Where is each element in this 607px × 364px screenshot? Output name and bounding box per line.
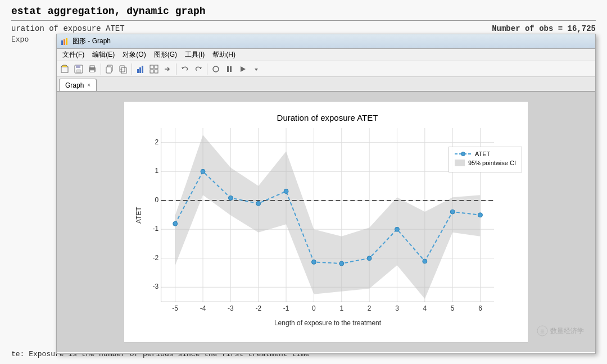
legend-ci-label: 95% pointwise CI [468,160,516,166]
svg-rect-17 [142,66,143,73]
graph-area: Duration of exposure ATET ATET Length of… [57,92,595,352]
menu-graph[interactable]: 图形(G) [151,49,180,61]
svg-text:-1: -1 [152,225,158,233]
tab-bar: Graph × [57,77,595,92]
svg-text:-1: -1 [283,304,289,312]
menu-edit[interactable]: 编辑(E) [89,49,118,61]
toolbar-copy-btn[interactable] [103,63,116,75]
legend: ATET 95% pointwise CI [449,147,522,172]
svg-point-54 [395,227,399,231]
toolbar-circle-btn[interactable] [210,63,222,75]
svg-point-77 [461,152,465,156]
svg-rect-24 [230,66,232,72]
graph-window-icon [60,37,69,46]
chart-svg: 2 1 0 -1 -2 -3 -5 -4 -3 -2 -1 0 1 2 3 [161,128,494,302]
svg-point-50 [284,189,288,194]
toolbar-open-btn[interactable] [59,63,71,75]
svg-rect-0 [61,40,63,45]
svg-text:6: 6 [478,304,482,312]
graph-window: 图形 - Graph 文件(F) 编辑(E) 对象(O) 图形(G) 工具(I)… [56,34,596,354]
toolbar-sep-4 [207,63,207,75]
svg-text:-3: -3 [228,304,234,312]
toolbar-undo-btn[interactable] [179,63,191,75]
tab-close-btn[interactable]: × [87,82,90,88]
svg-text:1: 1 [339,304,343,312]
menu-bar: 文件(F) 编辑(E) 对象(O) 图形(G) 工具(I) 帮助(H) [57,49,595,61]
svg-text:1: 1 [155,167,158,175]
svg-rect-23 [227,66,229,72]
stata-expo-label: Expo [11,35,29,44]
svg-rect-11 [106,67,111,73]
svg-rect-18 [150,65,153,69]
toolbar-pause-btn[interactable] [223,63,235,75]
svg-text:3: 3 [395,304,399,312]
stata-title: estat aggregation, dynamic graph [11,6,596,17]
legend-ci-item: 95% pointwise CI [455,160,516,166]
menu-help[interactable]: 帮助(H) [209,49,239,61]
toolbar-dropdown-btn[interactable] [250,63,262,75]
legend-ci-box [455,160,465,166]
toolbar-bar-chart-btn[interactable] [134,63,147,75]
svg-text:5: 5 [451,304,455,312]
stata-divider [11,20,596,21]
svg-text:-3: -3 [152,283,158,290]
chart-inner: ATET Length of exposure to the treatment [161,128,494,302]
svg-text:2: 2 [155,138,158,146]
svg-point-49 [256,201,261,206]
toolbar-save-btn[interactable] [73,63,85,75]
legend-atet-item: ATET [455,151,516,157]
svg-point-48 [228,195,233,200]
toolbar-print-btn[interactable] [86,63,98,75]
svg-text:-2: -2 [255,304,261,312]
watermark-text: 数量经济学 [550,326,584,336]
svg-point-51 [311,260,316,264]
svg-text:-2: -2 [152,254,158,262]
stata-line-right: Number of obs = 16,725 [492,24,596,33]
x-axis-label: Length of exposure to the treatment [274,319,381,327]
tab-graph[interactable]: Graph × [59,79,97,91]
menu-file[interactable]: 文件(F) [59,49,88,61]
svg-point-22 [213,66,219,72]
svg-rect-20 [150,70,153,73]
svg-text:-5: -5 [172,304,178,312]
svg-rect-19 [155,65,158,69]
legend-atet-label: ATET [475,151,490,157]
svg-text:═: ═ [120,67,123,71]
toolbar-arrow-btn[interactable] [161,63,174,75]
svg-point-52 [339,261,344,266]
svg-point-56 [450,210,455,214]
toolbar-sep-2 [132,63,132,75]
tab-graph-label: Graph [65,81,84,89]
svg-marker-44 [175,135,481,299]
svg-point-47 [201,169,205,174]
svg-rect-21 [155,70,158,73]
menu-object[interactable]: 对象(O) [119,49,149,61]
y-axis-label: ATET [135,207,143,224]
menu-tools[interactable]: 工具(I) [182,49,208,61]
toolbar-play-btn[interactable] [237,63,249,75]
svg-text:4: 4 [423,304,427,312]
toolbar-redo-btn[interactable] [192,63,205,75]
chart-title: Duration of exposure ATET [161,113,494,122]
toolbar-sep-1 [101,63,101,75]
svg-rect-6 [76,70,81,72]
toolbar-sep-3 [176,63,176,75]
svg-point-57 [478,213,483,217]
stata-line-left: uration of exposure ATET [11,24,125,33]
svg-point-55 [423,259,427,263]
toolbar-layout-btn[interactable] [148,63,160,75]
svg-rect-16 [139,67,141,73]
svg-text:0: 0 [312,304,316,312]
toolbar-copy-image-btn[interactable]: ═ [117,63,129,75]
svg-text:量: 量 [540,329,545,334]
svg-text:2: 2 [368,304,372,312]
title-bar: 图形 - Graph [57,34,595,49]
toolbar: ═ [57,61,595,77]
svg-point-46 [173,221,178,226]
svg-point-53 [367,256,372,261]
stata-info-line: uration of exposure ATET Number of obs =… [11,24,596,33]
svg-rect-1 [64,39,65,45]
svg-rect-3 [61,67,68,72]
chart-container: Duration of exposure ATET ATET Length of… [124,101,528,343]
title-bar-text: 图形 - Graph [73,37,592,46]
